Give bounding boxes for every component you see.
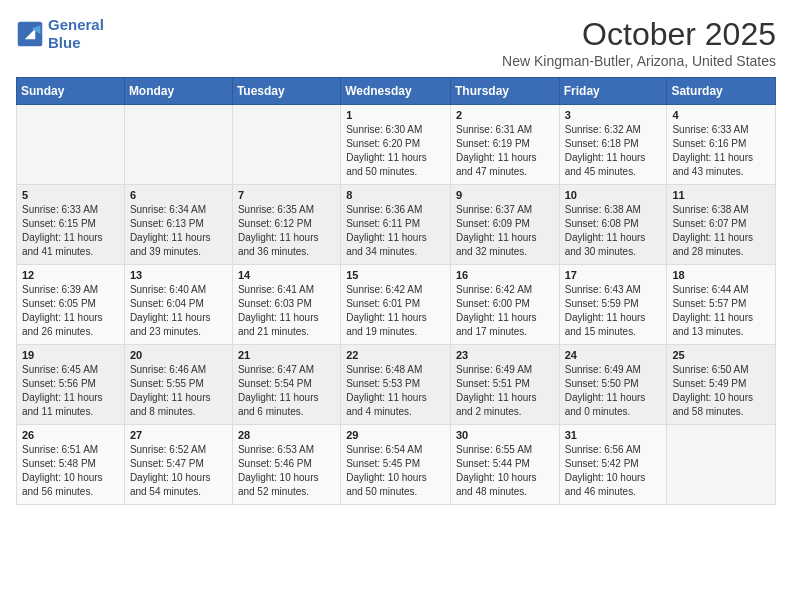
month-title: October 2025 <box>502 16 776 53</box>
day-number: 5 <box>22 189 119 201</box>
calendar-header-row: SundayMondayTuesdayWednesdayThursdayFrid… <box>17 78 776 105</box>
calendar-cell: 9Sunrise: 6:37 AM Sunset: 6:09 PM Daylig… <box>450 185 559 265</box>
calendar-cell: 8Sunrise: 6:36 AM Sunset: 6:11 PM Daylig… <box>341 185 451 265</box>
day-info: Sunrise: 6:40 AM Sunset: 6:04 PM Dayligh… <box>130 283 227 339</box>
day-info: Sunrise: 6:32 AM Sunset: 6:18 PM Dayligh… <box>565 123 662 179</box>
calendar-cell: 15Sunrise: 6:42 AM Sunset: 6:01 PM Dayli… <box>341 265 451 345</box>
day-info: Sunrise: 6:55 AM Sunset: 5:44 PM Dayligh… <box>456 443 554 499</box>
calendar-cell <box>124 105 232 185</box>
day-number: 7 <box>238 189 335 201</box>
calendar-cell: 27Sunrise: 6:52 AM Sunset: 5:47 PM Dayli… <box>124 425 232 505</box>
logo-line2: Blue <box>48 34 104 52</box>
day-info: Sunrise: 6:30 AM Sunset: 6:20 PM Dayligh… <box>346 123 445 179</box>
calendar-cell: 22Sunrise: 6:48 AM Sunset: 5:53 PM Dayli… <box>341 345 451 425</box>
calendar-cell: 7Sunrise: 6:35 AM Sunset: 6:12 PM Daylig… <box>232 185 340 265</box>
day-info: Sunrise: 6:38 AM Sunset: 6:07 PM Dayligh… <box>672 203 770 259</box>
calendar-row-3: 19Sunrise: 6:45 AM Sunset: 5:56 PM Dayli… <box>17 345 776 425</box>
day-info: Sunrise: 6:56 AM Sunset: 5:42 PM Dayligh… <box>565 443 662 499</box>
calendar-cell: 18Sunrise: 6:44 AM Sunset: 5:57 PM Dayli… <box>667 265 776 345</box>
day-info: Sunrise: 6:38 AM Sunset: 6:08 PM Dayligh… <box>565 203 662 259</box>
column-header-thursday: Thursday <box>450 78 559 105</box>
day-number: 19 <box>22 349 119 361</box>
calendar-cell: 31Sunrise: 6:56 AM Sunset: 5:42 PM Dayli… <box>559 425 667 505</box>
day-number: 2 <box>456 109 554 121</box>
day-info: Sunrise: 6:54 AM Sunset: 5:45 PM Dayligh… <box>346 443 445 499</box>
calendar-cell <box>17 105 125 185</box>
day-info: Sunrise: 6:42 AM Sunset: 6:00 PM Dayligh… <box>456 283 554 339</box>
calendar-cell: 4Sunrise: 6:33 AM Sunset: 6:16 PM Daylig… <box>667 105 776 185</box>
calendar-cell: 20Sunrise: 6:46 AM Sunset: 5:55 PM Dayli… <box>124 345 232 425</box>
calendar-cell: 12Sunrise: 6:39 AM Sunset: 6:05 PM Dayli… <box>17 265 125 345</box>
day-info: Sunrise: 6:50 AM Sunset: 5:49 PM Dayligh… <box>672 363 770 419</box>
calendar-row-0: 1Sunrise: 6:30 AM Sunset: 6:20 PM Daylig… <box>17 105 776 185</box>
logo-icon <box>16 20 44 48</box>
column-header-monday: Monday <box>124 78 232 105</box>
column-header-tuesday: Tuesday <box>232 78 340 105</box>
day-number: 4 <box>672 109 770 121</box>
day-number: 26 <box>22 429 119 441</box>
day-number: 11 <box>672 189 770 201</box>
calendar-cell: 5Sunrise: 6:33 AM Sunset: 6:15 PM Daylig… <box>17 185 125 265</box>
day-number: 10 <box>565 189 662 201</box>
day-info: Sunrise: 6:49 AM Sunset: 5:51 PM Dayligh… <box>456 363 554 419</box>
day-number: 27 <box>130 429 227 441</box>
calendar-cell: 19Sunrise: 6:45 AM Sunset: 5:56 PM Dayli… <box>17 345 125 425</box>
calendar-cell: 16Sunrise: 6:42 AM Sunset: 6:00 PM Dayli… <box>450 265 559 345</box>
day-number: 13 <box>130 269 227 281</box>
day-info: Sunrise: 6:51 AM Sunset: 5:48 PM Dayligh… <box>22 443 119 499</box>
day-info: Sunrise: 6:53 AM Sunset: 5:46 PM Dayligh… <box>238 443 335 499</box>
day-number: 15 <box>346 269 445 281</box>
day-number: 22 <box>346 349 445 361</box>
calendar-row-1: 5Sunrise: 6:33 AM Sunset: 6:15 PM Daylig… <box>17 185 776 265</box>
calendar-cell: 30Sunrise: 6:55 AM Sunset: 5:44 PM Dayli… <box>450 425 559 505</box>
calendar-cell: 11Sunrise: 6:38 AM Sunset: 6:07 PM Dayli… <box>667 185 776 265</box>
calendar-cell: 14Sunrise: 6:41 AM Sunset: 6:03 PM Dayli… <box>232 265 340 345</box>
day-number: 23 <box>456 349 554 361</box>
day-number: 6 <box>130 189 227 201</box>
day-number: 24 <box>565 349 662 361</box>
column-header-saturday: Saturday <box>667 78 776 105</box>
day-number: 29 <box>346 429 445 441</box>
column-header-sunday: Sunday <box>17 78 125 105</box>
day-info: Sunrise: 6:36 AM Sunset: 6:11 PM Dayligh… <box>346 203 445 259</box>
page-header: General Blue October 2025 New Kingman-Bu… <box>16 16 776 69</box>
calendar-cell: 24Sunrise: 6:49 AM Sunset: 5:50 PM Dayli… <box>559 345 667 425</box>
calendar-cell: 21Sunrise: 6:47 AM Sunset: 5:54 PM Dayli… <box>232 345 340 425</box>
column-header-wednesday: Wednesday <box>341 78 451 105</box>
calendar-cell: 29Sunrise: 6:54 AM Sunset: 5:45 PM Dayli… <box>341 425 451 505</box>
day-info: Sunrise: 6:45 AM Sunset: 5:56 PM Dayligh… <box>22 363 119 419</box>
day-info: Sunrise: 6:49 AM Sunset: 5:50 PM Dayligh… <box>565 363 662 419</box>
day-info: Sunrise: 6:34 AM Sunset: 6:13 PM Dayligh… <box>130 203 227 259</box>
calendar-cell <box>232 105 340 185</box>
day-info: Sunrise: 6:47 AM Sunset: 5:54 PM Dayligh… <box>238 363 335 419</box>
day-info: Sunrise: 6:52 AM Sunset: 5:47 PM Dayligh… <box>130 443 227 499</box>
calendar-cell: 10Sunrise: 6:38 AM Sunset: 6:08 PM Dayli… <box>559 185 667 265</box>
day-info: Sunrise: 6:31 AM Sunset: 6:19 PM Dayligh… <box>456 123 554 179</box>
calendar-cell: 6Sunrise: 6:34 AM Sunset: 6:13 PM Daylig… <box>124 185 232 265</box>
day-number: 9 <box>456 189 554 201</box>
day-number: 1 <box>346 109 445 121</box>
day-info: Sunrise: 6:33 AM Sunset: 6:16 PM Dayligh… <box>672 123 770 179</box>
calendar-cell: 23Sunrise: 6:49 AM Sunset: 5:51 PM Dayli… <box>450 345 559 425</box>
day-number: 17 <box>565 269 662 281</box>
calendar-row-2: 12Sunrise: 6:39 AM Sunset: 6:05 PM Dayli… <box>17 265 776 345</box>
day-number: 14 <box>238 269 335 281</box>
day-info: Sunrise: 6:33 AM Sunset: 6:15 PM Dayligh… <box>22 203 119 259</box>
day-info: Sunrise: 6:43 AM Sunset: 5:59 PM Dayligh… <box>565 283 662 339</box>
calendar-cell: 2Sunrise: 6:31 AM Sunset: 6:19 PM Daylig… <box>450 105 559 185</box>
calendar-cell: 17Sunrise: 6:43 AM Sunset: 5:59 PM Dayli… <box>559 265 667 345</box>
day-info: Sunrise: 6:46 AM Sunset: 5:55 PM Dayligh… <box>130 363 227 419</box>
day-number: 25 <box>672 349 770 361</box>
calendar-row-4: 26Sunrise: 6:51 AM Sunset: 5:48 PM Dayli… <box>17 425 776 505</box>
day-info: Sunrise: 6:35 AM Sunset: 6:12 PM Dayligh… <box>238 203 335 259</box>
calendar-table: SundayMondayTuesdayWednesdayThursdayFrid… <box>16 77 776 505</box>
column-header-friday: Friday <box>559 78 667 105</box>
calendar-cell: 13Sunrise: 6:40 AM Sunset: 6:04 PM Dayli… <box>124 265 232 345</box>
day-number: 30 <box>456 429 554 441</box>
day-info: Sunrise: 6:44 AM Sunset: 5:57 PM Dayligh… <box>672 283 770 339</box>
day-number: 18 <box>672 269 770 281</box>
day-info: Sunrise: 6:41 AM Sunset: 6:03 PM Dayligh… <box>238 283 335 339</box>
calendar-body: 1Sunrise: 6:30 AM Sunset: 6:20 PM Daylig… <box>17 105 776 505</box>
calendar-cell: 3Sunrise: 6:32 AM Sunset: 6:18 PM Daylig… <box>559 105 667 185</box>
day-info: Sunrise: 6:39 AM Sunset: 6:05 PM Dayligh… <box>22 283 119 339</box>
